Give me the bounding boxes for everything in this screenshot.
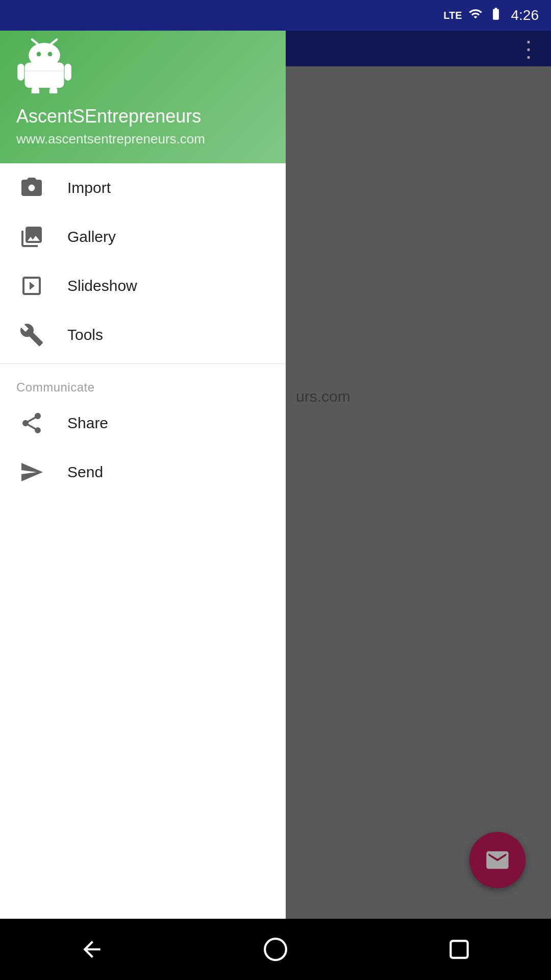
share-icon xyxy=(16,408,47,438)
drawer-app-url: www.ascentsentrepreneurs.com xyxy=(16,131,269,147)
android-logo xyxy=(16,37,72,93)
svg-line-4 xyxy=(32,39,38,44)
sidebar-item-share[interactable]: Share xyxy=(0,399,286,448)
status-icons: LTE xyxy=(443,7,503,24)
status-time: 4:26 xyxy=(511,7,539,23)
section-divider xyxy=(0,363,286,364)
home-button[interactable] xyxy=(255,929,296,970)
status-bar: LTE 4:26 xyxy=(0,0,551,31)
send-label: Send xyxy=(67,463,103,481)
slideshow-icon xyxy=(16,271,47,301)
sidebar-item-gallery[interactable]: Gallery xyxy=(0,212,286,261)
sidebar-item-tools[interactable]: Tools xyxy=(0,310,286,359)
camera-icon xyxy=(16,173,47,203)
svg-rect-6 xyxy=(17,64,24,81)
drawer-app-name: AscentSEntrepreneurs xyxy=(16,106,269,127)
nav-drawer: AscentSEntrepreneurs www.ascentsentrepre… xyxy=(0,0,286,980)
recents-button[interactable] xyxy=(439,929,480,970)
battery-icon xyxy=(489,7,503,24)
svg-point-11 xyxy=(265,939,286,960)
svg-rect-7 xyxy=(65,64,71,81)
gallery-label: Gallery xyxy=(67,228,116,246)
share-label: Share xyxy=(67,414,108,432)
wrench-icon xyxy=(16,320,47,350)
import-label: Import xyxy=(67,179,111,197)
svg-point-2 xyxy=(37,52,41,57)
back-button[interactable] xyxy=(71,929,112,970)
send-icon xyxy=(16,457,47,487)
tools-label: Tools xyxy=(67,326,103,344)
gallery-icon xyxy=(16,222,47,252)
lte-icon: LTE xyxy=(443,10,462,21)
svg-rect-12 xyxy=(450,941,467,958)
signal-icon xyxy=(468,7,483,24)
sidebar-item-slideshow[interactable]: Slideshow xyxy=(0,261,286,310)
sidebar-item-import[interactable]: Import xyxy=(0,163,286,212)
slideshow-label: Slideshow xyxy=(67,277,137,295)
communicate-section-header: Communicate xyxy=(0,368,286,399)
sidebar-item-send[interactable]: Send xyxy=(0,448,286,497)
drawer-content: Import Gallery Slideshow xyxy=(0,163,286,980)
svg-point-3 xyxy=(48,52,53,57)
svg-point-1 xyxy=(29,43,60,67)
svg-line-5 xyxy=(51,39,57,44)
nav-bar xyxy=(0,919,551,980)
